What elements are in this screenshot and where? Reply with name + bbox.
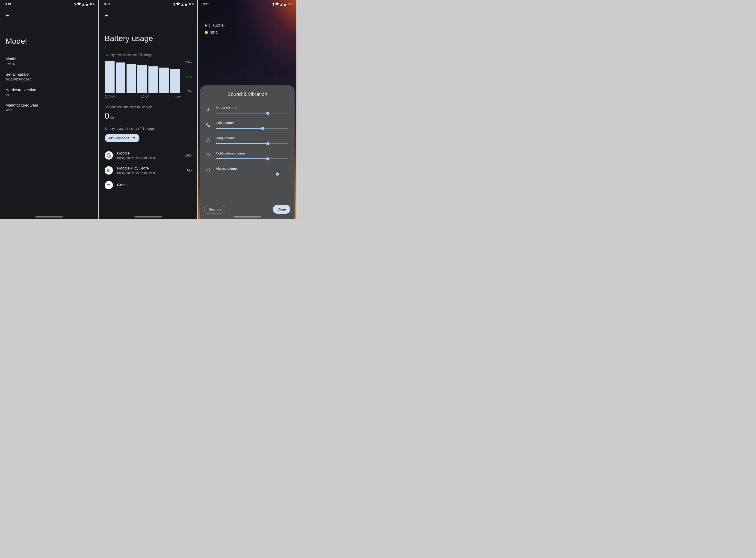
status-time: 3:23: [104, 2, 110, 6]
slider-track[interactable]: [216, 158, 288, 159]
slider-track[interactable]: [216, 174, 288, 174]
chart-bar: [137, 65, 147, 93]
slider-track[interactable]: [216, 128, 288, 129]
bluetooth-icon: [74, 3, 76, 6]
app-name: Gmail: [117, 183, 188, 187]
page-title: Battery usage: [99, 20, 197, 53]
app-sub: Background: less than a min: [117, 171, 183, 175]
slider-thumb[interactable]: [266, 142, 269, 145]
signal-icon: [181, 3, 184, 5]
slider-thumb[interactable]: [266, 157, 269, 160]
info-item[interactable]: Manufactured year 2022: [5, 100, 93, 116]
alarm-icon: [206, 168, 212, 174]
ytick-label: 100%: [183, 61, 192, 64]
status-battery-pct: 68%: [88, 2, 95, 6]
info-item[interactable]: Hardware version MP1.0: [5, 85, 93, 100]
xtick-label: 10 AM: [141, 95, 149, 98]
sound-sheet: Sound & vibration Media volume Call volu…: [200, 85, 294, 219]
info-value: Pixel 6: [5, 62, 93, 66]
chart-caption: Battery level since last full charge: [99, 53, 197, 57]
chart-bar: [149, 67, 158, 93]
done-button[interactable]: Done: [273, 205, 290, 214]
sun-icon: [205, 31, 208, 34]
slider-row-music: Media volume: [205, 103, 289, 118]
slider-row-bell: Notification volume: [205, 149, 289, 164]
slider-fill: [216, 113, 268, 113]
back-row: [0, 7, 98, 20]
info-value: MP1.0: [5, 93, 93, 97]
chip-label: View by apps: [109, 136, 129, 140]
app-usage-list: Google Background: less than a min 10% G…: [99, 142, 197, 193]
usage-caption: Battery usage since last full charge: [105, 127, 192, 130]
app-row[interactable]: Gmail: [105, 178, 192, 193]
svg-rect-8: [284, 4, 286, 5]
battery-icon: [284, 3, 286, 6]
app-name: Google Play Store: [117, 166, 183, 171]
chart-yticks: 100%50%0%: [183, 61, 192, 93]
battery-chart: 100%50%0% 5:30 AM10 AMnow: [99, 61, 197, 98]
app-sub: Background: less than a min: [117, 156, 181, 159]
slider-fill: [216, 174, 277, 174]
svg-rect-5: [185, 4, 187, 5]
info-item[interactable]: Serial number 26131FDF60066Q: [5, 69, 93, 85]
battery-icon: [185, 3, 187, 6]
status-icons: 68%: [272, 2, 293, 6]
chart-bar: [105, 61, 114, 93]
google-app-icon: [105, 151, 113, 159]
slider-row-phone: Call volume: [205, 118, 289, 133]
nav-gesture-pill[interactable]: [35, 217, 63, 218]
svg-rect-7: [285, 3, 285, 3]
app-row[interactable]: Google Background: less than a min 10%: [105, 148, 192, 163]
sheet-title: Sound & vibration: [205, 91, 289, 97]
screen-battery-usage: 3:23 68% Battery usage Battery level sin…: [99, 0, 197, 219]
svg-rect-4: [186, 3, 186, 3]
view-by-chip[interactable]: View by apps: [105, 134, 139, 142]
svg-rect-1: [86, 3, 87, 3]
status-battery-pct: 68%: [188, 2, 193, 6]
status-bar: 3:19 68%: [198, 0, 296, 7]
slider-label: Alarm volume: [216, 167, 288, 170]
slider-thumb[interactable]: [266, 111, 269, 115]
chart-bar: [116, 62, 125, 93]
slider-fill: [216, 128, 263, 129]
status-bar: 3:23 68%: [99, 0, 197, 7]
play-app-icon: [105, 166, 113, 175]
back-button[interactable]: [3, 11, 12, 20]
screen-sound-vibration: 3:19 68% Fri, Oct 6 35°C Sound & vibrati…: [198, 0, 296, 219]
chart-xticks: 5:30 AM10 AMnow: [105, 95, 192, 98]
screen-model: 3:19 68% Model Model Pixel 6Serial numbe…: [0, 0, 98, 219]
chevron-down-icon: [133, 137, 135, 139]
slider-thumb[interactable]: [276, 173, 279, 176]
slider-thumb[interactable]: [261, 127, 264, 130]
xtick-label: 5:30 AM: [105, 95, 115, 98]
slider-label: Notification volume: [216, 151, 288, 155]
status-time: 3:19: [5, 2, 11, 6]
slider-fill: [216, 143, 268, 144]
slider-track[interactable]: [216, 143, 288, 144]
status-bar: 3:19 68%: [0, 0, 98, 7]
screen-time-unit: min: [110, 116, 115, 120]
signal-icon: [82, 3, 85, 5]
chart-bar: [127, 64, 136, 93]
battery-icon: [86, 3, 88, 6]
slider-label: Ring volume: [216, 136, 288, 140]
info-list: Model Pixel 6Serial number 26131FDF60066…: [0, 54, 98, 116]
chart-bar: [170, 69, 180, 93]
slider-row-ring: Ring volume: [205, 133, 289, 149]
nav-gesture-pill[interactable]: [134, 217, 162, 218]
slider-label: Call volume: [216, 121, 288, 125]
app-row[interactable]: Google Play Store Background: less than …: [105, 163, 192, 178]
nav-gesture-pill[interactable]: [233, 217, 261, 218]
app-pct: 5%: [187, 169, 192, 172]
back-button[interactable]: [102, 11, 111, 20]
app-name: Google: [117, 151, 181, 156]
home-widget[interactable]: Fri, Oct 6 35°C: [205, 23, 225, 34]
slider-track[interactable]: [216, 113, 288, 113]
wifi-icon: [176, 3, 180, 5]
settings-button[interactable]: Settings: [204, 205, 226, 214]
back-row: [99, 7, 197, 20]
home-weather: 35°C: [205, 30, 225, 34]
info-item[interactable]: Model Pixel 6: [5, 54, 93, 69]
screen-time-caption: Screen time since last full charge: [105, 105, 192, 109]
music-icon: [206, 107, 212, 113]
